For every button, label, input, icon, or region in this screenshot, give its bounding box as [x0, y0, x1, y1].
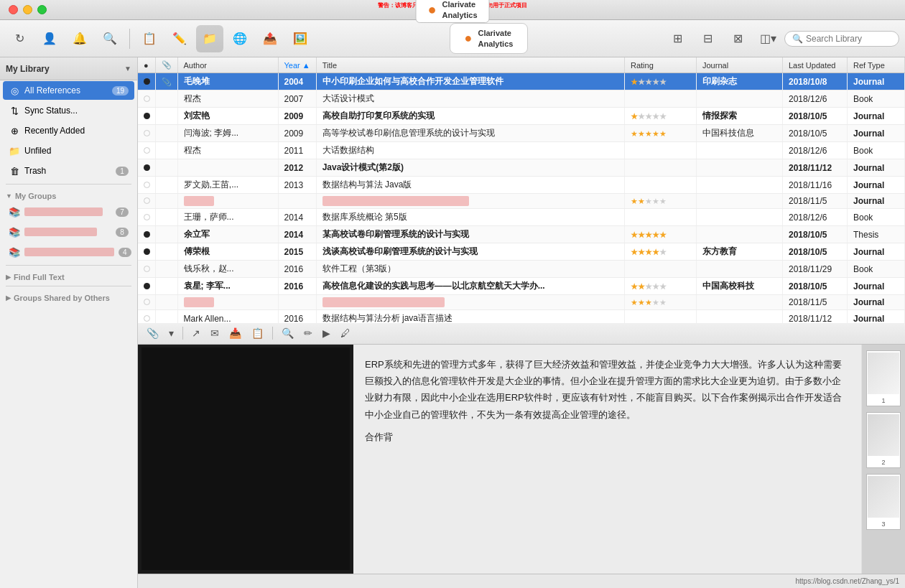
table-row[interactable]: 罗文勋,王苗,...2013数据结构与算法 Java版2018/11/16Jou… — [138, 177, 905, 194]
copy-btn[interactable]: 📋 — [249, 326, 266, 340]
table-row[interactable]: 王珊，萨师...2014数据库系统概论 第5版2018/12/6Book — [138, 209, 905, 226]
table-row[interactable]: █████████████████████████████★★★★★2018/1… — [138, 194, 905, 209]
content-area: ● 📎 Author Year ▲ Title Rating Journal L… — [138, 57, 905, 588]
cell-attachment — [155, 177, 177, 194]
cell-ref-type: Book — [848, 142, 905, 159]
refresh-button[interactable]: ↻ — [6, 25, 33, 52]
find-button[interactable]: 🔍 — [96, 25, 124, 52]
col-header-attach[interactable]: 📎 — [155, 57, 177, 73]
sidebar-divider3 — [6, 286, 131, 286]
sidebar-item-group2[interactable]: 📚 █████████████ 8 — [3, 223, 134, 241]
cell-title: 浅谈高校试卷印刷管理系统的设计与实现 — [316, 243, 624, 261]
table-row[interactable]: 📎毛晚堆2004中小印刷企业如何与高校合作开发企业管理软件★★★★★印刷杂志20… — [138, 73, 905, 90]
edit-button[interactable]: ✏️ — [166, 25, 193, 52]
table-row[interactable]: 钱乐秋，赵...2016软件工程（第3版）2018/11/29Book — [138, 261, 905, 278]
table-row[interactable]: 2012Java设计模式(第2版)2018/11/12Journal — [138, 159, 905, 177]
col-header-title[interactable]: Title — [316, 57, 624, 73]
table-row[interactable]: 余立军2014某高校试卷印刷管理系统的设计与实现★★★★★2018/10/5Th… — [138, 226, 905, 243]
cell-year: 2007 — [278, 90, 316, 108]
read-dot — [144, 182, 150, 188]
more-btn[interactable]: ▶ — [320, 326, 333, 340]
sidebar-item-group1[interactable]: 📚 ██████████████ 7 — [3, 202, 134, 221]
layout-select[interactable]: ◫▾ — [754, 25, 781, 52]
sidebar-item-recently-added[interactable]: ⊕ Recently Added — [3, 121, 134, 140]
star-filled: ★ — [645, 230, 652, 239]
sidebar-item-trash[interactable]: 🗑 Trash 1 — [3, 162, 134, 180]
email-btn[interactable]: ✉ — [208, 326, 222, 340]
table-row[interactable]: 程杰2007大话设计模式2018/12/6Book — [138, 90, 905, 108]
table-row[interactable]: 程杰2011大话数据结构2018/12/6Book — [138, 142, 905, 159]
group1-label: ██████████████ — [24, 207, 111, 217]
groups-shared-chevron-icon: ▶ — [6, 294, 11, 302]
col-header-rating[interactable]: Rating — [625, 57, 697, 73]
groups-shared-label: Groups Shared by Others — [14, 294, 110, 302]
attach-drop-btn[interactable]: ▾ — [166, 326, 177, 340]
cell-title: 高校自助打印复印系统的实现 — [316, 108, 624, 125]
col-header-author[interactable]: Author — [177, 57, 278, 73]
edit-pdf-btn[interactable]: 🖊 — [338, 326, 353, 340]
layout-toggle3[interactable]: ⊠ — [724, 25, 751, 52]
find-full-text-header[interactable]: ▶ Find Full Text — [0, 269, 137, 283]
star-empty: ★ — [652, 78, 659, 86]
table-row[interactable]: 傅荣根2015浅谈高校试卷印刷管理系统的设计与实现★★★★★东方教育2018/1… — [138, 243, 905, 261]
import-button[interactable]: 📤 — [256, 25, 284, 52]
my-groups-header[interactable]: ▼ My Groups — [0, 187, 137, 202]
thumbnail-item-3[interactable]: 3 — [866, 474, 901, 530]
cell-rating — [625, 159, 697, 177]
layout-toggle2[interactable]: ⊟ — [694, 25, 721, 52]
group2-label: █████████████ — [24, 227, 111, 237]
cell-read-status — [138, 295, 155, 310]
sidebar-item-all-references[interactable]: ◎ All References 19 — [3, 81, 134, 100]
sidebar-item-group3[interactable]: 📚 ████████████████ 4 — [3, 243, 134, 261]
new-ref-button[interactable]: 📋 — [136, 25, 163, 52]
share-button[interactable]: 👤 — [36, 25, 63, 52]
col-header-year[interactable]: Year ▲ — [278, 57, 316, 73]
cell-journal — [697, 142, 783, 159]
article-text-area[interactable]: ERP系统和先进的管理方式多年，获得了巨大经济效益和管理效益，并使企业竞争力大大… — [353, 345, 862, 574]
sidebar-item-sync-status[interactable]: ⇅ Sync Status... — [3, 101, 134, 120]
table-row[interactable]: 闫海波; 李姆...2009高等学校试卷印刷信息管理系统的设计与实现★★★★★中… — [138, 125, 905, 142]
save-btn[interactable]: 📥 — [226, 326, 244, 340]
close-button[interactable] — [9, 5, 18, 14]
status-bar: https://blog.csdn.net/Zhang_ys/1 — [138, 574, 905, 588]
groups-shared-header[interactable]: ▶ Groups Shared by Others — [0, 289, 137, 304]
search-input[interactable] — [806, 34, 892, 44]
cell-ref-type: Journal — [848, 108, 905, 125]
attach-btn[interactable]: 📎 — [144, 326, 162, 340]
annotate-btn[interactable]: ✏ — [301, 326, 315, 340]
reference-table-container: ● 📎 Author Year ▲ Title Rating Journal L… — [138, 57, 905, 323]
open-pdf-btn[interactable]: ↗ — [189, 326, 203, 340]
cell-author: █████ — [177, 295, 278, 310]
unread-dot — [144, 113, 150, 119]
group-button[interactable]: 🔔 — [66, 25, 93, 52]
table-row[interactable]: Mark Allen...2016数据结构与算法分析 java语言描述2018/… — [138, 310, 905, 323]
read-dot — [144, 130, 150, 136]
layout-toggle1[interactable]: ⊞ — [664, 25, 691, 52]
thumbnail-item-2[interactable]: 2 — [866, 412, 901, 468]
online-button[interactable]: 🌐 — [226, 25, 254, 52]
maximize-button[interactable] — [37, 5, 47, 14]
cell-read-status — [138, 90, 155, 108]
star-filled: ★ — [631, 282, 638, 291]
view-button[interactable]: 📁 — [196, 25, 223, 52]
search-pdf-btn[interactable]: 🔍 — [279, 326, 297, 340]
star-empty: ★ — [659, 78, 667, 86]
cell-rating: ★★★★★ — [625, 108, 697, 125]
table-row[interactable]: █████████████████████████★★★★★2018/11/5J… — [138, 295, 905, 310]
cell-rating — [625, 142, 697, 159]
minimize-button[interactable] — [23, 5, 32, 14]
library-selector[interactable]: My Library ▼ — [0, 57, 137, 80]
sidebar-item-unfiled[interactable]: 📁 Unfiled — [3, 141, 134, 160]
col-header-read[interactable]: ● — [138, 57, 155, 73]
thumbnail-item-1[interactable]: 1 — [866, 350, 901, 406]
cell-ref-type: Book — [848, 90, 905, 108]
image-button[interactable]: 🖼️ — [287, 25, 314, 52]
table-row[interactable]: 袁星; 李军...2016高校信息化建设的实践与思考——以北京航空航天大学办..… — [138, 278, 905, 295]
col-header-updated[interactable]: Last Updated — [783, 57, 848, 73]
col-header-reftype[interactable]: Ref Type — [848, 57, 905, 73]
cell-ref-type: Journal — [848, 310, 905, 323]
star-empty: ★ — [659, 298, 667, 307]
table-row[interactable]: 刘宏艳2009高校自助打印复印系统的实现★★★★★情报探索2018/10/5Jo… — [138, 108, 905, 125]
col-header-journal[interactable]: Journal — [697, 57, 783, 73]
cell-last-updated: 2018/11/5 — [783, 194, 848, 209]
